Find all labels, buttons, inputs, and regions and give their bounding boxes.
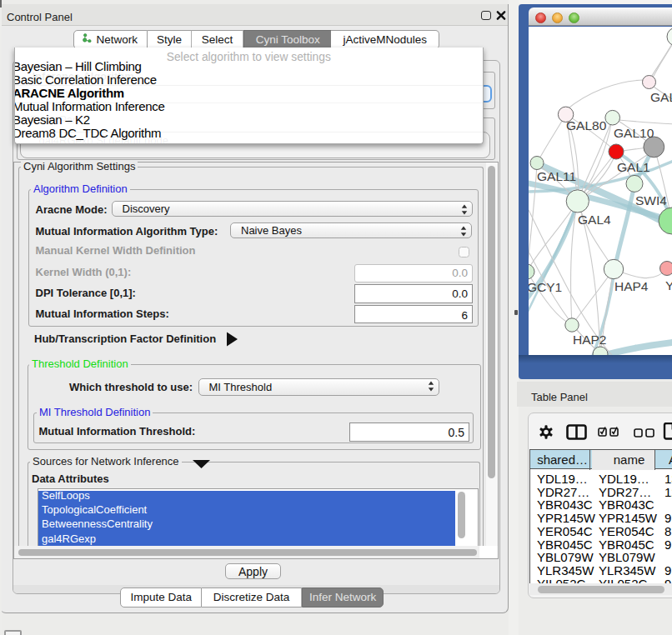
- svg-text:HAP4: HAP4: [614, 279, 649, 293]
- svg-text:SWI4: SWI4: [635, 193, 667, 208]
- svg-text:HAP2: HAP2: [573, 332, 607, 347]
- svg-text:GAL4: GAL4: [578, 212, 611, 227]
- svg-text:GAL10: GAL10: [614, 126, 654, 140]
- svg-text:GAL8: GAL8: [650, 90, 672, 104]
- svg-text:GAL1: GAL1: [617, 160, 650, 174]
- svg-text:GAL80: GAL80: [566, 118, 607, 132]
- svg-text:GCY1: GCY1: [529, 280, 562, 294]
- svg-text:Y: Y: [665, 278, 672, 292]
- svg-text:GAL11: GAL11: [537, 169, 576, 183]
